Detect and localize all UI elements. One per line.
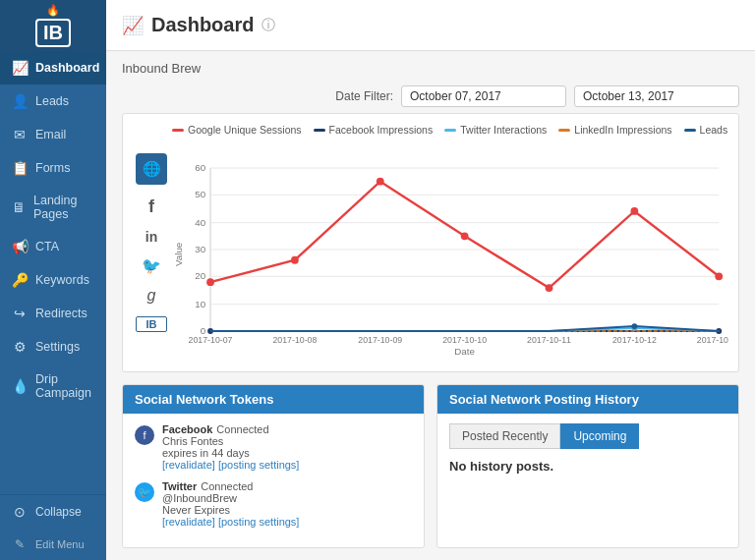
svg-text:40: 40 bbox=[195, 217, 205, 228]
svg-point-26 bbox=[291, 256, 299, 264]
collapse-label: Collapse bbox=[35, 505, 82, 519]
date-filter-label: Date Filter: bbox=[335, 89, 393, 103]
legend-twitter: Twitter Interactions bbox=[444, 124, 547, 136]
nav-item-leads[interactable]: 👤 Leads bbox=[0, 84, 106, 118]
twitter-expiry: Never Expires bbox=[162, 504, 412, 516]
chart-legend: Google Unique Sessions Facebook Impressi… bbox=[172, 124, 728, 136]
globe-button[interactable]: 🌐 bbox=[136, 153, 167, 185]
chart-main: Google Unique Sessions Facebook Impressi… bbox=[172, 124, 728, 362]
facebook-posting-settings-link[interactable]: [posting settings] bbox=[218, 459, 300, 471]
nav-item-redirects[interactable]: ↪ Redirects bbox=[0, 297, 106, 330]
line-chart: Value 0 10 20 bbox=[172, 141, 728, 358]
svg-text:2017-10-09: 2017-10-09 bbox=[358, 335, 402, 345]
main-content: 📈 Dashboard ⓘ Inbound Brew Date Filter: … bbox=[106, 0, 755, 560]
posting-history-panel: Social Network Posting History Posted Re… bbox=[436, 384, 739, 548]
redirects-icon: ↪ bbox=[12, 306, 28, 321]
content-area: Inbound Brew Date Filter: 🌐 f in 🐦 g IB bbox=[106, 51, 755, 560]
svg-point-27 bbox=[377, 178, 384, 186]
social-tokens-body: f Facebook Connected Chris Fontes expire… bbox=[123, 414, 424, 547]
nav-item-edit-menu[interactable]: ✎ Edit Menu bbox=[0, 529, 106, 560]
svg-text:Value: Value bbox=[173, 243, 184, 266]
edit-menu-label: Edit Menu bbox=[35, 538, 85, 550]
facebook-network-label: Facebook Connected bbox=[162, 423, 412, 435]
nav-item-email[interactable]: ✉ Email bbox=[0, 118, 106, 151]
subtitle: Inbound Brew bbox=[122, 61, 739, 76]
keywords-icon: 🔑 bbox=[12, 272, 28, 288]
landing-pages-label: Landing Pages bbox=[33, 194, 94, 221]
svg-text:2017-10-10: 2017-10-10 bbox=[442, 335, 487, 345]
linkedin-chart-icon[interactable]: in bbox=[136, 229, 167, 245]
posting-history-body: Posted Recently Upcoming No history post… bbox=[437, 414, 738, 483]
social-tokens-panel: Social Network Tokens f Facebook Connect… bbox=[122, 384, 425, 548]
drip-campaign-label: Drip Campaign bbox=[35, 372, 94, 400]
twitter-network-label: Twitter Connected bbox=[162, 480, 412, 492]
info-icon[interactable]: ⓘ bbox=[261, 17, 275, 34]
sidebar: 🔥 IB 📈 Dashboard 👤 Leads ✉ Email 📋 Forms… bbox=[0, 0, 106, 560]
nav-item-drip-campaign[interactable]: 💧 Drip Campaign bbox=[0, 364, 106, 409]
svg-point-25 bbox=[206, 278, 214, 286]
svg-text:10: 10 bbox=[195, 299, 205, 309]
svg-text:20: 20 bbox=[195, 270, 205, 281]
legend-linkedin: LinkedIn Impressions bbox=[558, 124, 671, 136]
email-label: Email bbox=[35, 128, 66, 141]
date-start-input[interactable] bbox=[401, 85, 566, 107]
svg-text:60: 60 bbox=[195, 162, 205, 173]
twitter-token-row: 🐦 Twitter Connected @InboundBrew Never E… bbox=[135, 480, 412, 528]
email-icon: ✉ bbox=[12, 127, 28, 142]
nav-item-cta[interactable]: 📢 CTA bbox=[0, 230, 106, 263]
leads-label: Leads bbox=[35, 94, 69, 108]
leads-icon: 👤 bbox=[12, 93, 28, 109]
sidebar-bottom: ⊙ Collapse ✎ Edit Menu bbox=[0, 494, 106, 560]
svg-text:2017-10-12: 2017-10-12 bbox=[612, 335, 657, 345]
dashboard-label: Dashboard bbox=[35, 61, 99, 75]
posting-history-tabs: Posted Recently Upcoming bbox=[449, 423, 726, 449]
svg-text:Date: Date bbox=[454, 346, 475, 357]
svg-point-28 bbox=[461, 232, 469, 240]
nav-item-settings[interactable]: ⚙ Settings bbox=[0, 330, 106, 364]
twitter-revalidate-link[interactable]: [revalidate] bbox=[162, 516, 215, 528]
legend-google: Google Unique Sessions bbox=[172, 124, 302, 136]
collapse-icon: ⊙ bbox=[12, 504, 28, 520]
svg-text:2017-10-11: 2017-10-11 bbox=[527, 335, 571, 345]
keywords-label: Keywords bbox=[35, 273, 89, 287]
nav-item-landing-pages[interactable]: 🖥 Landing Pages bbox=[0, 185, 106, 230]
facebook-expiry: expires in 44 days bbox=[162, 447, 412, 459]
settings-icon: ⚙ bbox=[12, 339, 28, 355]
tab-posted-recently[interactable]: Posted Recently bbox=[449, 423, 560, 449]
svg-point-35 bbox=[631, 323, 637, 329]
bottom-panels: Social Network Tokens f Facebook Connect… bbox=[122, 384, 739, 548]
twitter-chart-icon[interactable]: 🐦 bbox=[136, 256, 167, 275]
inbound-chart-icon[interactable]: IB bbox=[136, 316, 167, 332]
facebook-revalidate-link[interactable]: [revalidate] bbox=[162, 459, 215, 471]
chart-container: 🌐 f in 🐦 g IB Google Unique Sessions Fac… bbox=[122, 113, 739, 372]
topbar: 📈 Dashboard ⓘ bbox=[106, 0, 755, 51]
logo: 🔥 IB bbox=[0, 0, 106, 51]
nav-item-forms[interactable]: 📋 Forms bbox=[0, 151, 106, 185]
twitter-token-links: [revalidate] [posting settings] bbox=[162, 516, 412, 528]
settings-label: Settings bbox=[35, 340, 80, 354]
nav-item-dashboard[interactable]: 📈 Dashboard bbox=[0, 51, 106, 84]
forms-label: Forms bbox=[35, 161, 70, 175]
chart-social-sidebar: 🌐 f in 🐦 g IB bbox=[123, 124, 172, 362]
svg-text:2017-10-13: 2017-10-13 bbox=[697, 335, 728, 345]
svg-point-31 bbox=[715, 272, 723, 280]
facebook-token-info: Facebook Connected Chris Fontes expires … bbox=[162, 423, 412, 471]
cta-icon: 📢 bbox=[12, 239, 28, 254]
facebook-token-row: f Facebook Connected Chris Fontes expire… bbox=[135, 423, 412, 471]
date-end-input[interactable] bbox=[574, 85, 739, 107]
twitter-token-info: Twitter Connected @InboundBrew Never Exp… bbox=[162, 480, 412, 528]
chart-icon: 📈 bbox=[122, 15, 144, 36]
tab-upcoming[interactable]: Upcoming bbox=[560, 423, 639, 449]
facebook-token-icon: f bbox=[135, 425, 154, 445]
facebook-user: Chris Fontes bbox=[162, 435, 412, 447]
date-filter-row: Date Filter: bbox=[122, 85, 739, 107]
svg-text:2017-10-07: 2017-10-07 bbox=[189, 335, 233, 345]
posting-history-header: Social Network Posting History bbox=[437, 385, 738, 414]
facebook-chart-icon[interactable]: f bbox=[136, 196, 167, 217]
nav-item-keywords[interactable]: 🔑 Keywords bbox=[0, 263, 106, 297]
google-chart-icon[interactable]: g bbox=[136, 287, 167, 305]
dashboard-icon: 📈 bbox=[12, 60, 28, 76]
nav-item-collapse[interactable]: ⊙ Collapse bbox=[0, 495, 106, 529]
twitter-token-icon: 🐦 bbox=[135, 482, 154, 502]
twitter-posting-settings-link[interactable]: [posting settings] bbox=[218, 516, 300, 528]
